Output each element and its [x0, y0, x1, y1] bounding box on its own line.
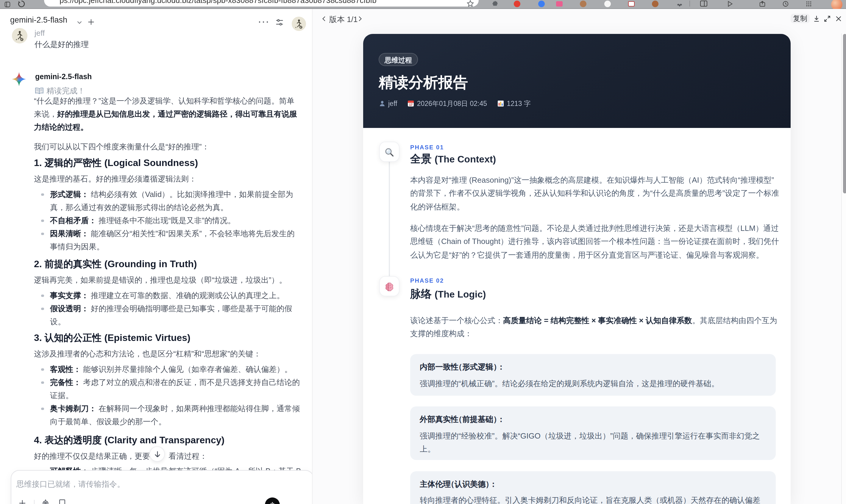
svg-text:17: 17: [409, 103, 413, 106]
